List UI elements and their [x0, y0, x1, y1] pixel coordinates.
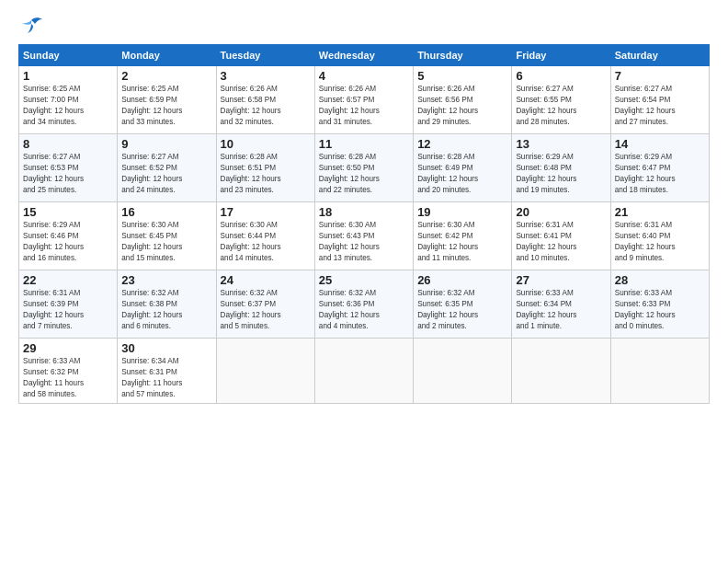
day-info: Sunrise: 6:26 AM Sunset: 6:58 PM Dayligh…: [221, 84, 311, 128]
day-number: 16: [121, 205, 211, 219]
calendar-cell: 18Sunrise: 6:30 AM Sunset: 6:43 PM Dayli…: [314, 202, 413, 270]
day-info: Sunrise: 6:28 AM Sunset: 6:51 PM Dayligh…: [221, 152, 311, 196]
calendar-cell: 28Sunrise: 6:33 AM Sunset: 6:33 PM Dayli…: [610, 270, 709, 339]
day-number: 21: [615, 205, 705, 219]
calendar-week-5: 29Sunrise: 6:33 AM Sunset: 6:32 PM Dayli…: [19, 339, 710, 404]
calendar-cell: [314, 339, 413, 404]
calendar-week-1: 1Sunrise: 6:25 AM Sunset: 7:00 PM Daylig…: [19, 66, 710, 134]
day-number: 27: [516, 273, 606, 287]
day-info: Sunrise: 6:25 AM Sunset: 6:59 PM Dayligh…: [121, 84, 211, 128]
calendar-header-row: SundayMondayTuesdayWednesdayThursdayFrid…: [19, 45, 710, 66]
day-info: Sunrise: 6:34 AM Sunset: 6:31 PM Dayligh…: [121, 356, 211, 400]
day-info: Sunrise: 6:30 AM Sunset: 6:42 PM Dayligh…: [417, 220, 507, 264]
day-number: 18: [319, 205, 409, 219]
day-info: Sunrise: 6:30 AM Sunset: 6:43 PM Dayligh…: [319, 220, 409, 264]
calendar-cell: 20Sunrise: 6:31 AM Sunset: 6:41 PM Dayli…: [512, 202, 610, 270]
day-number: 15: [23, 205, 113, 219]
day-number: 17: [221, 205, 311, 219]
col-header-sunday: Sunday: [19, 45, 118, 66]
col-header-wednesday: Wednesday: [314, 45, 413, 66]
day-number: 29: [23, 341, 113, 355]
calendar-cell: 4Sunrise: 6:26 AM Sunset: 6:57 PM Daylig…: [314, 66, 413, 134]
day-number: 9: [121, 137, 211, 151]
day-info: Sunrise: 6:28 AM Sunset: 6:49 PM Dayligh…: [417, 152, 507, 196]
day-info: Sunrise: 6:25 AM Sunset: 7:00 PM Dayligh…: [23, 84, 113, 128]
day-info: Sunrise: 6:30 AM Sunset: 6:45 PM Dayligh…: [121, 220, 211, 264]
day-info: Sunrise: 6:27 AM Sunset: 6:53 PM Dayligh…: [23, 152, 113, 196]
calendar-cell: 3Sunrise: 6:26 AM Sunset: 6:58 PM Daylig…: [216, 66, 314, 134]
day-info: Sunrise: 6:30 AM Sunset: 6:44 PM Dayligh…: [221, 220, 311, 264]
day-number: 10: [221, 137, 311, 151]
calendar-cell: [610, 339, 709, 404]
logo-bird-icon: [18, 17, 44, 37]
day-info: Sunrise: 6:31 AM Sunset: 6:40 PM Dayligh…: [615, 220, 705, 264]
day-info: Sunrise: 6:29 AM Sunset: 6:47 PM Dayligh…: [615, 152, 705, 196]
day-info: Sunrise: 6:33 AM Sunset: 6:34 PM Dayligh…: [516, 288, 606, 332]
day-number: 13: [516, 137, 606, 151]
day-number: 20: [516, 205, 606, 219]
col-header-thursday: Thursday: [414, 45, 512, 66]
day-number: 6: [516, 69, 606, 83]
day-number: 2: [121, 69, 211, 83]
day-number: 5: [417, 69, 507, 83]
logo: [18, 17, 48, 37]
col-header-monday: Monday: [118, 45, 216, 66]
day-number: 22: [23, 273, 113, 287]
calendar-cell: 7Sunrise: 6:27 AM Sunset: 6:54 PM Daylig…: [610, 66, 709, 134]
day-number: 14: [615, 137, 705, 151]
calendar-cell: 12Sunrise: 6:28 AM Sunset: 6:49 PM Dayli…: [414, 134, 512, 202]
calendar-cell: 23Sunrise: 6:32 AM Sunset: 6:38 PM Dayli…: [118, 270, 216, 339]
calendar-cell: 14Sunrise: 6:29 AM Sunset: 6:47 PM Dayli…: [610, 134, 709, 202]
day-info: Sunrise: 6:31 AM Sunset: 6:41 PM Dayligh…: [516, 220, 606, 264]
day-info: Sunrise: 6:32 AM Sunset: 6:35 PM Dayligh…: [417, 288, 507, 332]
calendar-cell: 6Sunrise: 6:27 AM Sunset: 6:55 PM Daylig…: [512, 66, 610, 134]
day-number: 19: [417, 205, 507, 219]
calendar-cell: 8Sunrise: 6:27 AM Sunset: 6:53 PM Daylig…: [19, 134, 118, 202]
calendar-cell: 26Sunrise: 6:32 AM Sunset: 6:35 PM Dayli…: [414, 270, 512, 339]
day-number: 26: [417, 273, 507, 287]
day-number: 8: [23, 137, 113, 151]
col-header-tuesday: Tuesday: [216, 45, 314, 66]
calendar-cell: 21Sunrise: 6:31 AM Sunset: 6:40 PM Dayli…: [610, 202, 709, 270]
day-number: 28: [615, 273, 705, 287]
calendar-week-3: 15Sunrise: 6:29 AM Sunset: 6:46 PM Dayli…: [19, 202, 710, 270]
day-info: Sunrise: 6:33 AM Sunset: 6:33 PM Dayligh…: [615, 288, 705, 332]
calendar-cell: 17Sunrise: 6:30 AM Sunset: 6:44 PM Dayli…: [216, 202, 314, 270]
calendar-cell: 5Sunrise: 6:26 AM Sunset: 6:56 PM Daylig…: [414, 66, 512, 134]
day-number: 25: [319, 273, 409, 287]
calendar: SundayMondayTuesdayWednesdayThursdayFrid…: [18, 44, 710, 404]
day-number: 24: [221, 273, 311, 287]
calendar-cell: 27Sunrise: 6:33 AM Sunset: 6:34 PM Dayli…: [512, 270, 610, 339]
calendar-cell: 11Sunrise: 6:28 AM Sunset: 6:50 PM Dayli…: [314, 134, 413, 202]
calendar-cell: [512, 339, 610, 404]
calendar-cell: 2Sunrise: 6:25 AM Sunset: 6:59 PM Daylig…: [118, 66, 216, 134]
calendar-week-4: 22Sunrise: 6:31 AM Sunset: 6:39 PM Dayli…: [19, 270, 710, 339]
page: SundayMondayTuesdayWednesdayThursdayFrid…: [0, 0, 728, 563]
calendar-cell: 25Sunrise: 6:32 AM Sunset: 6:36 PM Dayli…: [314, 270, 413, 339]
calendar-cell: 10Sunrise: 6:28 AM Sunset: 6:51 PM Dayli…: [216, 134, 314, 202]
calendar-cell: [216, 339, 314, 404]
day-info: Sunrise: 6:27 AM Sunset: 6:54 PM Dayligh…: [615, 84, 705, 128]
day-number: 12: [417, 137, 507, 151]
day-info: Sunrise: 6:26 AM Sunset: 6:56 PM Dayligh…: [417, 84, 507, 128]
calendar-cell: 1Sunrise: 6:25 AM Sunset: 7:00 PM Daylig…: [19, 66, 118, 134]
col-header-friday: Friday: [512, 45, 610, 66]
calendar-cell: [414, 339, 512, 404]
day-info: Sunrise: 6:29 AM Sunset: 6:46 PM Dayligh…: [23, 220, 113, 264]
calendar-cell: 16Sunrise: 6:30 AM Sunset: 6:45 PM Dayli…: [118, 202, 216, 270]
col-header-saturday: Saturday: [610, 45, 709, 66]
day-info: Sunrise: 6:27 AM Sunset: 6:52 PM Dayligh…: [121, 152, 211, 196]
calendar-cell: 19Sunrise: 6:30 AM Sunset: 6:42 PM Dayli…: [414, 202, 512, 270]
day-number: 7: [615, 69, 705, 83]
calendar-cell: 30Sunrise: 6:34 AM Sunset: 6:31 PM Dayli…: [118, 339, 216, 404]
day-number: 23: [121, 273, 211, 287]
day-number: 4: [319, 69, 409, 83]
calendar-cell: 24Sunrise: 6:32 AM Sunset: 6:37 PM Dayli…: [216, 270, 314, 339]
calendar-cell: 9Sunrise: 6:27 AM Sunset: 6:52 PM Daylig…: [118, 134, 216, 202]
day-info: Sunrise: 6:32 AM Sunset: 6:36 PM Dayligh…: [319, 288, 409, 332]
day-info: Sunrise: 6:32 AM Sunset: 6:38 PM Dayligh…: [121, 288, 211, 332]
header: [18, 17, 710, 37]
calendar-week-2: 8Sunrise: 6:27 AM Sunset: 6:53 PM Daylig…: [19, 134, 710, 202]
day-number: 11: [319, 137, 409, 151]
day-info: Sunrise: 6:33 AM Sunset: 6:32 PM Dayligh…: [23, 356, 113, 400]
